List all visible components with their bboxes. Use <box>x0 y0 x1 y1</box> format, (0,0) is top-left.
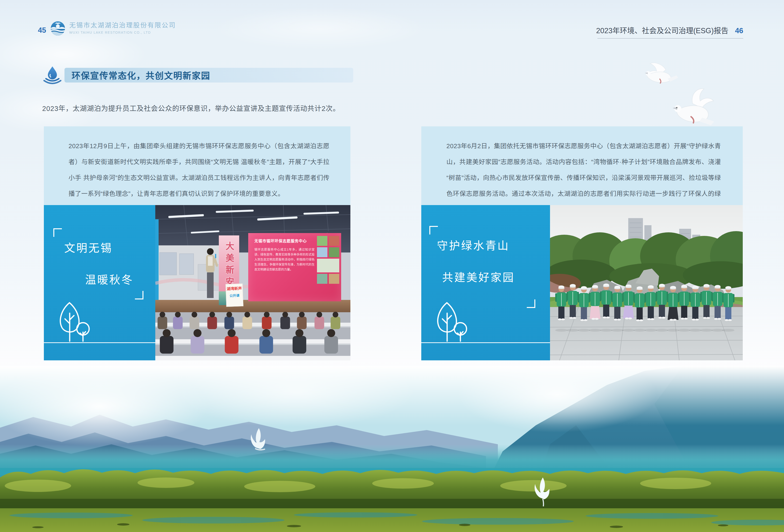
stage-sign-line1: 湖湾新声 <box>226 286 243 291</box>
page-number-right: 46 <box>735 27 743 35</box>
section-title-bar: 环保宣传常态化，共创文明新家园 <box>64 68 353 83</box>
led-screen: 无锡市锡环环保志愿服务中心 锡环志愿服务中心成立1年多，通过知识宣讲、绿色宣传、… <box>248 233 341 301</box>
right-quote-line2: 共建美好家园 <box>442 272 515 283</box>
led-screen-body: 锡环志愿服务中心成立1年多，通过知识宣讲、绿色宣传、教育实践等多种多样的形式投入… <box>254 247 315 272</box>
right-quote-panel: 守护绿水青山 共建美好家园 <box>421 205 550 360</box>
header-rule <box>597 38 743 39</box>
company-name-zh: 无锡市太湖湖泊治理股份有限公司 <box>69 22 176 29</box>
water-drop-icon <box>43 65 62 84</box>
dove-icon <box>643 60 721 136</box>
lecture-photo: 大美新安 无锡市锡环环保志愿服务中心 锡环志愿服务中心成立1年多，通过知识宣讲、… <box>155 205 351 360</box>
tree-icon <box>432 301 470 342</box>
report-title: 2023年环境、社会及公司治理(ESG)报告 <box>596 27 728 35</box>
left-quote-line2: 温暖秋冬 <box>85 274 134 285</box>
led-screen-title: 无锡市锡环环保志愿服务中心 <box>254 238 315 244</box>
left-quote-panel: 文明无锡 温暖秋冬 <box>44 205 155 360</box>
tree-icon <box>55 301 92 342</box>
right-card-paragraph: 2023年6月2日，集团依托无锡市锡环环保志愿服务中心（包含太湖湖泊志愿者）开展… <box>421 127 743 205</box>
left-quote: 文明无锡 温暖秋冬 <box>64 243 134 285</box>
volunteers-scene <box>550 205 743 360</box>
right-quote-line1: 守护绿水青山 <box>437 240 509 252</box>
led-screen-thumbnails <box>317 236 339 284</box>
stage-sign: 湖湾新声 公开课 <box>225 284 243 307</box>
quote-bracket-close <box>135 291 143 300</box>
right-quote: 守护绿水青山 共建美好家园 <box>437 240 515 283</box>
landscape-photo <box>0 366 784 532</box>
stage-sign-line2: 公开课 <box>226 293 243 298</box>
section-title: 环保宣传常态化，共创文明新家园 <box>72 69 210 82</box>
company-name-en: WUXI TAIHU LAKE RESTORATION CO., LTD <box>69 31 176 34</box>
report-header: 2023年环境、社会及公司治理(ESG)报告46 <box>596 25 743 35</box>
cloud-decoration <box>213 7 427 50</box>
ground-line <box>421 342 550 343</box>
right-card-textbox: 2023年6月2日，集团依托无锡市锡环环保志愿服务中心（包含太湖湖泊志愿者）开展… <box>421 127 743 205</box>
dove-large <box>673 89 714 125</box>
company-logo-icon <box>50 21 65 36</box>
quote-bracket-close <box>527 300 535 308</box>
quote-bracket-open <box>53 228 62 237</box>
dove-small <box>645 63 678 83</box>
left-card-textbox: 2023年12月9日上午，由集团牵头组建的无锡市锡环环保志愿服务中心（包含太湖湖… <box>44 127 351 205</box>
left-card-paragraph: 2023年12月9日上午，由集团牵头组建的无锡市锡环环保志愿服务中心（包含太湖湖… <box>44 127 351 202</box>
ground-line <box>44 342 155 343</box>
esg-report-spread: 45 无锡市太湖湖泊治理股份有限公司 WUXI TAIHU LAKE RESTO… <box>0 0 784 532</box>
volunteers-photo <box>550 205 743 360</box>
quote-bracket-open <box>429 226 438 234</box>
section-intro: 2023年，太湖湖泊为提升员工及社会公众的环保意识，举办公益宣讲及主题宣传活动共… <box>42 103 340 113</box>
left-quote-line1: 文明无锡 <box>64 242 113 254</box>
company-name-block: 无锡市太湖湖泊治理股份有限公司 WUXI TAIHU LAKE RESTORAT… <box>69 22 176 34</box>
page-number-left: 45 <box>38 26 46 35</box>
